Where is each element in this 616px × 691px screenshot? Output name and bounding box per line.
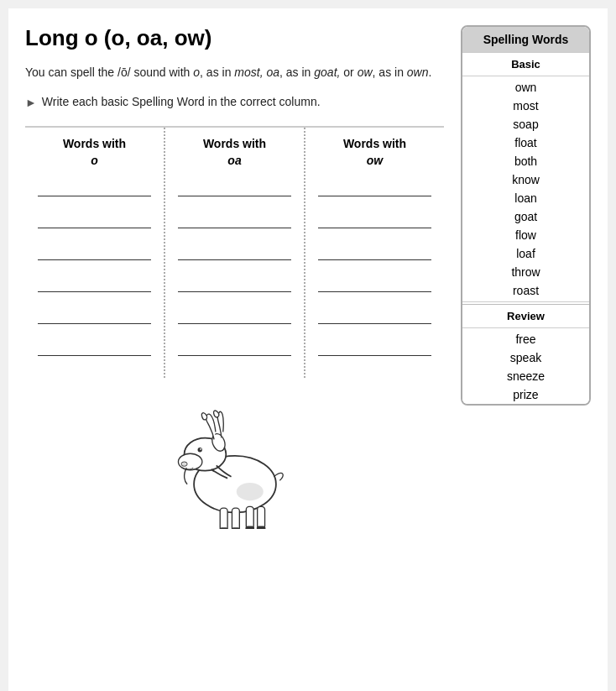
sidebar-word-know: know [462,170,589,189]
write-line-ow-5[interactable] [318,306,431,324]
write-line-oa-6[interactable] [178,338,290,356]
write-line-ow-2[interactable] [318,210,431,228]
svg-point-3 [197,448,201,452]
intro-text: You can spell the /ō/ sound with o, as i… [25,63,444,81]
column-ow-header: Words with ow [343,136,406,169]
sidebar-word-own: own [462,78,589,97]
svg-rect-6 [220,508,227,529]
write-line-oa-2[interactable] [178,210,290,228]
svg-rect-7 [232,508,239,529]
sidebar-title: Spelling Words [462,27,589,52]
svg-rect-13 [256,526,265,529]
sidebar-word-roast: roast [462,281,589,300]
svg-rect-10 [219,527,228,529]
sidebar-word-loan: loan [462,189,589,207]
svg-rect-9 [257,506,264,529]
sidebar-word-prize: prize [462,385,589,404]
write-line-oa-4[interactable] [178,274,290,292]
sidebar-word-goat: goat [462,207,589,226]
columns-container: Words with o Words with oa [25,126,444,377]
goat-image-area [25,395,444,537]
svg-rect-8 [246,506,253,529]
page-title: Long o (o, oa, ow) [25,25,444,51]
sidebar-word-throw: throw [462,263,589,281]
sidebar-word-loaf: loaf [462,244,589,263]
column-o-label-italic: o [91,154,98,167]
content-area: Long o (o, oa, ow) You can spell the /ō/… [25,25,591,683]
write-line-ow-4[interactable] [318,274,431,292]
instruction-text: Write each basic Spelling Word in the co… [42,95,321,108]
sidebar-divider-3 [462,327,589,328]
main-content: Long o (o, oa, ow) You can spell the /ō/… [25,25,461,683]
sidebar-word-most: most [462,97,589,115]
write-line-ow-6[interactable] [318,338,431,356]
column-oa-label-italic: oa [227,154,241,167]
column-ow: Words with ow [305,128,444,377]
write-line-o-2[interactable] [38,210,150,228]
write-line-o-1[interactable] [38,178,150,196]
sidebar-word-soap: soap [462,115,589,133]
svg-point-4 [200,448,201,450]
write-line-o-6[interactable] [38,338,150,356]
sidebar-word-flow: flow [462,226,589,244]
sidebar-word-both: both [462,152,589,170]
svg-point-14 [236,482,263,500]
svg-point-15 [181,462,187,466]
write-line-oa-5[interactable] [178,306,290,324]
write-line-o-5[interactable] [38,306,150,324]
write-line-oa-1[interactable] [178,178,290,196]
sidebar-word-float: float [462,133,589,152]
sidebar-review-label: Review [462,304,589,326]
write-line-ow-3[interactable] [318,242,431,260]
column-o-header: Words with o [63,136,126,169]
column-o-label-bold: Words with [63,137,126,150]
write-line-o-4[interactable] [38,274,150,292]
column-oa: Words with oa [165,128,305,377]
instruction-area: ► Write each basic Spelling Word in the … [25,95,444,109]
write-line-o-3[interactable] [38,242,150,260]
sidebar-word-sneeze: sneeze [462,367,589,385]
column-o: Words with o [25,128,165,377]
column-ow-label-italic: ow [367,154,383,167]
svg-rect-12 [245,526,254,529]
goat-illustration [159,395,311,529]
sidebar-word-free: free [462,330,589,348]
column-ow-label-bold: Words with [343,137,406,150]
write-line-oa-3[interactable] [178,242,290,260]
sidebar-divider-2 [462,301,589,302]
svg-rect-11 [231,527,240,529]
page: Long o (o, oa, ow) You can spell the /ō/… [8,8,608,691]
column-oa-label-bold: Words with [203,137,266,150]
spelling-sidebar: Spelling Words Basic own most soap float… [461,25,591,406]
sidebar-word-speak: speak [462,348,589,367]
column-oa-header: Words with oa [203,136,266,169]
write-line-ow-1[interactable] [318,178,431,196]
arrow-icon: ► [25,96,37,109]
sidebar-divider-1 [462,76,589,76]
svg-point-2 [178,453,201,470]
sidebar-basic-label: Basic [462,52,589,74]
